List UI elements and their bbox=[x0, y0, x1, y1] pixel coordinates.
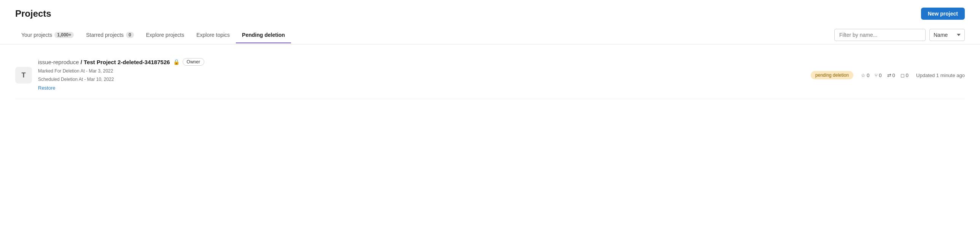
project-info: issue-reproduce / Test Project 2-deleted… bbox=[38, 58, 805, 93]
page-title: Projects bbox=[15, 8, 51, 19]
nav-tabs: Your projects 1,000+ Starred projects 0 … bbox=[15, 27, 834, 43]
project-full-name: issue-reproduce / Test Project 2-deleted… bbox=[38, 59, 170, 65]
project-stats: ☆ 0 ⑂ 0 ⇄ 0 ◻ 0 bbox=[861, 73, 908, 78]
stars-count: 0 bbox=[867, 73, 869, 78]
navigation-bar: Your projects 1,000+ Starred projects 0 … bbox=[0, 26, 980, 44]
new-project-button[interactable]: New project bbox=[921, 8, 965, 20]
project-right: pending deletion ☆ 0 ⑂ 0 ⇄ 0 ◻ 0 bbox=[811, 71, 965, 79]
tab-your-projects-badge: 1,000+ bbox=[54, 32, 74, 38]
project-meta: Marked For Deletion At - Mar 3, 2022 Sch… bbox=[38, 67, 805, 93]
merge-requests-count: 0 bbox=[892, 73, 895, 78]
lock-icon: 🔒 bbox=[173, 59, 180, 65]
scheduled-deletion-text: Scheduled Deletion At - Mar 10, 2022 bbox=[38, 76, 805, 84]
table-row: T issue-reproduce / Test Project 2-delet… bbox=[15, 52, 965, 99]
tab-starred-projects-badge: 0 bbox=[126, 32, 134, 38]
marked-for-deletion-text: Marked For Deletion At - Mar 3, 2022 bbox=[38, 67, 805, 76]
restore-link[interactable]: Restore bbox=[38, 85, 56, 91]
issues-stat: ◻ 0 bbox=[900, 73, 908, 78]
tab-explore-projects[interactable]: Explore projects bbox=[140, 27, 190, 43]
tab-explore-projects-label: Explore projects bbox=[146, 32, 184, 38]
issues-count: 0 bbox=[906, 73, 908, 78]
avatar: T bbox=[15, 67, 32, 84]
issues-icon: ◻ bbox=[900, 73, 905, 78]
tab-your-projects-label: Your projects bbox=[21, 32, 52, 38]
sort-select[interactable]: Name Created Updated Stars bbox=[929, 29, 965, 41]
tab-explore-topics[interactable]: Explore topics bbox=[190, 27, 236, 43]
tab-your-projects[interactable]: Your projects 1,000+ bbox=[15, 27, 80, 43]
projects-list: T issue-reproduce / Test Project 2-delet… bbox=[0, 44, 980, 107]
tab-pending-deletion-label: Pending deletion bbox=[242, 32, 285, 38]
tab-explore-topics-label: Explore topics bbox=[196, 32, 230, 38]
filter-input[interactable] bbox=[834, 29, 926, 41]
status-badge: pending deletion bbox=[811, 71, 853, 79]
role-badge: Owner bbox=[183, 58, 204, 66]
updated-text: Updated 1 minute ago bbox=[916, 73, 965, 78]
merge-requests-stat: ⇄ 0 bbox=[887, 73, 895, 78]
tab-starred-projects-label: Starred projects bbox=[86, 32, 124, 38]
fork-icon: ⑂ bbox=[875, 73, 878, 78]
nav-controls: Name Created Updated Stars bbox=[834, 26, 965, 44]
project-namespace: issue-reproduce bbox=[38, 59, 79, 65]
tab-starred-projects[interactable]: Starred projects 0 bbox=[80, 27, 140, 43]
stars-stat: ☆ 0 bbox=[861, 73, 869, 78]
tab-pending-deletion[interactable]: Pending deletion bbox=[236, 27, 291, 43]
project-name-label: Test Project 2-deleted-34187526 bbox=[84, 59, 170, 65]
forks-stat: ⑂ 0 bbox=[875, 73, 881, 78]
project-name-row: issue-reproduce / Test Project 2-deleted… bbox=[38, 58, 805, 66]
forks-count: 0 bbox=[879, 73, 881, 78]
merge-request-icon: ⇄ bbox=[887, 73, 891, 78]
star-icon: ☆ bbox=[861, 73, 865, 78]
